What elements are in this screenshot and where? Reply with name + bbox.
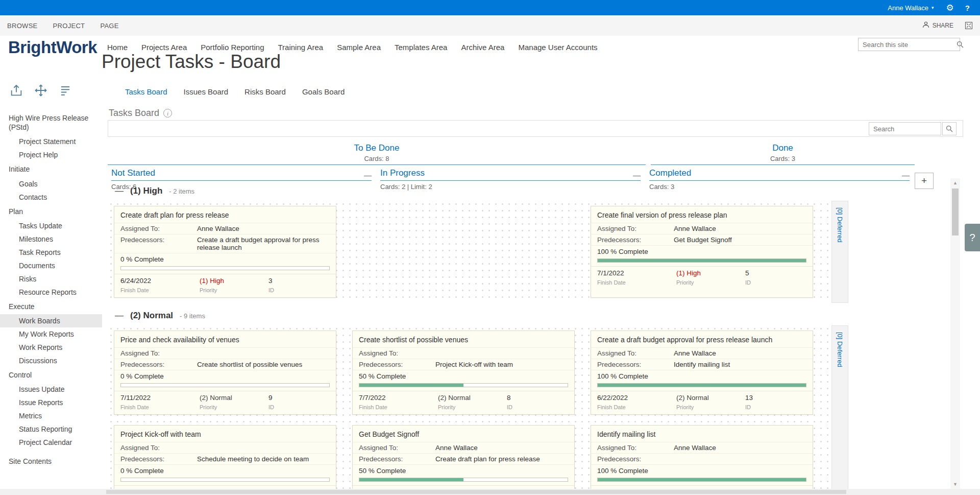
predecessors-label: Predecessors: — [120, 361, 197, 368]
sidebar-item[interactable]: Project Statement — [0, 135, 102, 148]
task-card[interactable]: Create a draft budget approval for press… — [591, 331, 813, 415]
finish-date-value: 6/24/2022 — [120, 277, 200, 285]
id-label: ID — [268, 287, 330, 293]
group-to-be-done: To Be Done Cards: 8 — [108, 140, 646, 165]
top-nav-item[interactable]: Templates Area — [395, 43, 447, 52]
group-label[interactable]: Done — [651, 143, 915, 153]
settings-gear-icon[interactable]: ⚙ — [946, 4, 954, 12]
collapse-column-icon[interactable]: — — [364, 172, 372, 178]
deferred-column[interactable]: [0] Deferred — [831, 325, 848, 489]
horizontal-scrollbar-thumb[interactable] — [106, 490, 846, 494]
board-vertical-scrollbar[interactable]: ▲ ▼ — [950, 178, 960, 489]
top-nav-item[interactable]: Training Area — [278, 43, 323, 52]
sidebar-item[interactable]: Work Reports — [0, 341, 102, 354]
help-icon[interactable]: ? — [965, 4, 970, 12]
sidebar-section-header[interactable]: Initiate — [0, 161, 102, 177]
top-nav-item[interactable]: Projects Area — [141, 43, 187, 52]
user-menu[interactable]: Anne Wallace ▾ — [888, 4, 934, 12]
percent-complete-label: 0 % Complete — [114, 464, 336, 477]
site-search-input[interactable] — [859, 41, 957, 49]
group-label[interactable]: To Be Done — [108, 143, 646, 153]
card-stats: 7/11/2022Finish Date (2) NormalPriority … — [114, 391, 336, 414]
sidebar-section-header[interactable]: Execute — [0, 299, 102, 314]
collapse-lane-icon[interactable]: — — [115, 188, 124, 194]
board-tab[interactable]: Goals Board — [302, 87, 345, 96]
sidebar-item[interactable]: Status Reporting — [0, 422, 102, 436]
scroll-down-icon[interactable]: ▼ — [950, 480, 960, 489]
scroll-up-icon[interactable]: ▲ — [950, 178, 960, 187]
ribbon-tab-page[interactable]: PAGE — [100, 22, 118, 30]
top-nav-item[interactable]: Sample Area — [337, 43, 381, 52]
top-nav-item[interactable]: Portfolio Reporting — [201, 43, 264, 52]
percent-complete-label: 0 % Complete — [114, 253, 336, 265]
sidebar-item[interactable]: Metrics — [0, 409, 102, 422]
sidebar-item[interactable]: Tasks Update — [0, 219, 102, 232]
task-card[interactable]: Price and check availability of venues A… — [114, 331, 336, 415]
board-search-input[interactable] — [869, 122, 941, 135]
task-card[interactable]: Create draft plan for press release Assi… — [114, 206, 336, 298]
top-nav-item[interactable]: Home — [107, 43, 128, 52]
column-label[interactable]: Completed — [649, 168, 691, 178]
board-region: Tasks BoardIssues BoardRisks BoardGoals … — [108, 83, 963, 489]
task-card[interactable]: Create final version of press release pl… — [591, 206, 813, 298]
sidebar-section-header[interactable]: High Wire Press Release (PStd) — [0, 110, 102, 135]
board-tab[interactable]: Risks Board — [244, 87, 286, 96]
task-card[interactable]: Project Kick-off with team Assigned To: … — [114, 425, 336, 489]
assigned-to-value — [197, 444, 330, 452]
collapse-column-icon[interactable]: — — [633, 172, 641, 178]
board-search-button[interactable] — [942, 122, 957, 135]
sidebar-item[interactable]: Discussions — [0, 354, 102, 367]
sidebar-item[interactable]: Work Boards — [0, 314, 102, 327]
collapse-lane-icon[interactable]: — — [115, 313, 124, 319]
task-card[interactable]: Create shortlist of possible venues Assi… — [352, 331, 575, 415]
task-card[interactable]: Get Budget Signoff Assigned To:Anne Wall… — [352, 425, 575, 489]
sidebar-item[interactable]: Goals — [0, 177, 102, 191]
ribbon-tab-project[interactable]: PROJECT — [53, 22, 85, 30]
list-icon[interactable] — [57, 82, 74, 99]
sidebar-item[interactable]: Project Help — [0, 148, 102, 161]
focus-on-content-icon[interactable] — [965, 21, 973, 30]
help-panel-tab[interactable]: ? — [965, 224, 980, 251]
column-label[interactable]: In Progress — [380, 168, 425, 178]
sidebar-item-site-contents[interactable]: Site Contents — [0, 454, 102, 468]
card-stats: 6/24/2022Finish Date (1) HighPriority 3I… — [114, 274, 336, 297]
deferred-column[interactable]: [0] Deferred — [831, 201, 848, 303]
swimlane: — (1) High - 2 items Create draft plan f… — [108, 181, 949, 303]
sidebar-item[interactable]: Task Reports — [0, 246, 102, 259]
board-tab[interactable]: Tasks Board — [125, 87, 167, 96]
move-icon[interactable] — [33, 82, 49, 99]
export-icon[interactable] — [8, 82, 24, 99]
finish-date-label: Finish Date — [120, 287, 200, 293]
search-icon[interactable] — [957, 41, 967, 48]
priority-value: (2) Normal — [676, 394, 745, 402]
priority-label: Priority — [676, 279, 745, 286]
collapse-column-icon[interactable]: — — [902, 172, 910, 178]
caret-down-icon: ▾ — [932, 5, 934, 10]
horizontal-scrollbar[interactable] — [0, 489, 980, 495]
task-card[interactable]: Identify mailing list Assigned To:Anne W… — [591, 425, 813, 489]
sidebar-item[interactable]: Risks — [0, 272, 102, 286]
card-title: Create final version of press release pl… — [591, 206, 813, 223]
sidebar-item[interactable]: Milestones — [0, 232, 102, 246]
share-button[interactable]: SHARE — [922, 21, 953, 30]
sidebar-item[interactable]: Issue Reports — [0, 396, 102, 409]
brightwork-logo[interactable]: BrightWork — [8, 38, 97, 57]
scrollbar-thumb[interactable] — [952, 188, 959, 235]
sidebar-item[interactable]: Documents — [0, 259, 102, 272]
info-icon[interactable]: i — [163, 109, 172, 117]
id-value: 5 — [745, 269, 806, 277]
board-tab[interactable]: Issues Board — [184, 87, 229, 96]
top-nav-item[interactable]: Manage User Accounts — [518, 43, 597, 52]
sidebar-item[interactable]: My Work Reports — [0, 327, 102, 341]
sidebar-item[interactable]: Resource Reports — [0, 286, 102, 299]
sidebar-item[interactable]: Issues Update — [0, 383, 102, 396]
ribbon-tab-browse[interactable]: BROWSE — [7, 22, 38, 30]
top-nav-item[interactable]: Archive Area — [461, 43, 504, 52]
sidebar-item[interactable]: Contacts — [0, 191, 102, 204]
sidebar-section-header[interactable]: Plan — [0, 204, 102, 219]
progress-bar — [120, 266, 330, 270]
sidebar-section-header[interactable]: Control — [0, 367, 102, 383]
column-label[interactable]: Not Started — [111, 168, 155, 178]
sidebar-item[interactable]: Project Calendar — [0, 436, 102, 449]
assigned-to-value: Anne Wallace — [674, 444, 806, 452]
